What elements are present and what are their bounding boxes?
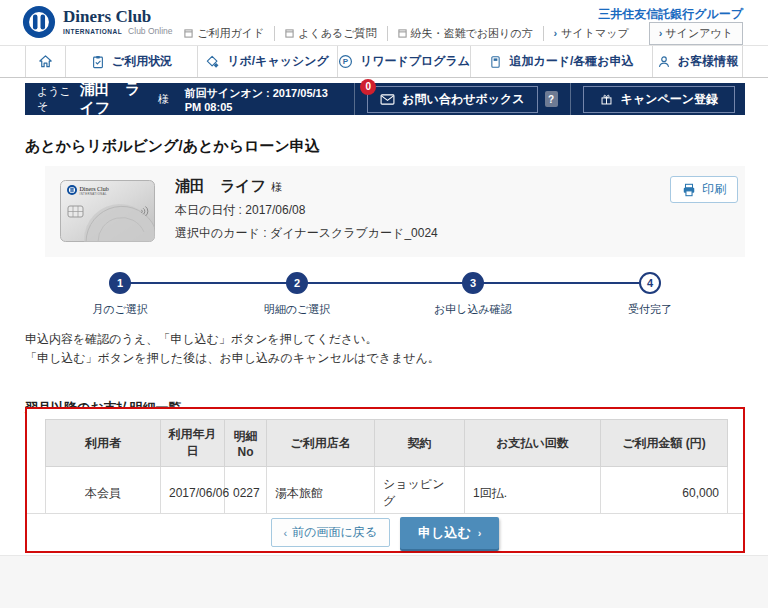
print-label: 印刷 (702, 181, 726, 198)
column-header: 契約 (375, 420, 465, 467)
step-label: 明細のご選択 (222, 302, 372, 317)
card-icon (489, 55, 502, 69)
main-nav: ご利用状況リボ/キャッシングPリワードプログラム追加カード/各種お申込お客様情報 (0, 45, 768, 78)
nav-item-customer-info[interactable]: お客様情報 (652, 46, 743, 77)
step-circle: 2 (286, 272, 308, 294)
utility-link-label: ご利用ガイド (197, 26, 264, 41)
table-cell: 2017/06/06 (161, 467, 225, 520)
column-header: 利用者 (46, 420, 161, 467)
step-circle: 4 (639, 272, 661, 294)
table-cell: ショッピング (375, 467, 465, 520)
help-button[interactable]: ? (545, 91, 558, 107)
card-info-panel: Diners Club INTERNATIONAL 浦田 ライフ様 本日の日付 … (45, 166, 745, 257)
back-button[interactable]: ‹ 前の画面に戻る (271, 518, 391, 547)
user-name: 浦田 ライフ (80, 80, 154, 118)
cardholder-name-text: 浦田 ライフ (175, 177, 266, 194)
highlighted-region: 利用者利用年月日明細Noご利用店名契約お支払い回数ご利用金額 (円) 本会員20… (25, 407, 745, 553)
nav-item-label: ご利用状況 (112, 53, 172, 70)
printer-icon (682, 183, 696, 197)
person-icon (657, 55, 671, 69)
step-connector-line (120, 282, 650, 284)
honorific-label: 様 (158, 92, 169, 107)
table-cell: 湯本旅館 (267, 467, 375, 520)
step-label: 月のご選択 (45, 302, 195, 317)
step-4: 4受付完了 (575, 272, 725, 317)
utility-link-0[interactable]: ご利用ガイド (174, 26, 274, 41)
campaign-register-button[interactable]: キャンペーン登録 (583, 86, 735, 113)
diners-club-logo[interactable]: Diners Club INTERNATIONAL Club Online (22, 5, 173, 39)
page-title: あとからリボルビング/あとからローン申込 (25, 137, 320, 156)
inquiry-count-badge: 0 (360, 79, 376, 95)
home-icon (38, 54, 53, 69)
instruction-line: 「申し込む」ボタンを押した後は、お申し込みのキャンセルはできません。 (25, 349, 440, 368)
step-indicator: 1月のご選択2明細のご選択3お申し込み確認4受付完了 (25, 272, 745, 320)
step-1: 1月のご選択 (45, 272, 195, 317)
window-icon (398, 29, 407, 38)
window-icon (285, 29, 294, 38)
signout-button[interactable]: › サインアウト (649, 22, 743, 45)
nav-item-home[interactable] (25, 46, 65, 77)
page: Diners Club INTERNATIONAL Club Online 三井… (0, 0, 768, 608)
logo-text: Diners Club INTERNATIONAL Club Online (63, 8, 173, 36)
table-cell: 本会員 (46, 467, 161, 520)
nav-item-label: お客様情報 (678, 53, 738, 70)
nav-item-additional-cards[interactable]: 追加カード/各種お申込 (470, 46, 652, 77)
utility-link-label: 紛失・盗難でお困りの方 (411, 26, 533, 41)
cardholder-honorific: 様 (271, 181, 282, 193)
utility-row: ご利用ガイドよくあるご質問紛失・盗難でお困りの方›サイトマップ › サインアウト (174, 23, 743, 43)
table-head: 利用者利用年月日明細Noご利用店名契約お支払い回数ご利用金額 (円) (46, 420, 728, 467)
logo-title: Diners Club (63, 8, 173, 25)
step-label: 受付完了 (575, 302, 725, 317)
nav-item-usage[interactable]: ご利用状況 (65, 46, 197, 77)
nav-item-reward-program[interactable]: Pリワードプログラム (337, 46, 470, 77)
divider (354, 83, 355, 115)
step-circle: 3 (462, 272, 484, 294)
chevron-right-icon: › (478, 527, 482, 539)
utility-link-3[interactable]: ›サイトマップ (543, 26, 639, 41)
column-header: ご利用金額 (円) (601, 420, 728, 467)
table-cell: 0227 (225, 467, 267, 520)
table-header-row: 利用者利用年月日明細Noご利用店名契約お支払い回数ご利用金額 (円) (46, 420, 728, 467)
utility-links: ご利用ガイドよくあるご質問紛失・盗難でお困りの方›サイトマップ (174, 26, 639, 41)
table-cell: 1回払. (465, 467, 601, 520)
divider (570, 83, 571, 115)
nav-item-revolving-cashing[interactable]: リボ/キャッシング (197, 46, 337, 77)
utility-link-label: サイトマップ (561, 26, 629, 41)
nav-item-label: 追加カード/各種お申込 (509, 53, 633, 70)
utility-link-1[interactable]: よくあるご質問 (274, 26, 386, 41)
page-footer (0, 555, 768, 608)
step-3: 3お申し込み確認 (398, 272, 548, 317)
svg-text:P: P (343, 57, 349, 66)
nav-item-label: リワードプログラム (360, 53, 470, 70)
arrow-icon: › (554, 27, 558, 39)
step-2: 2明細のご選択 (222, 272, 372, 317)
inquiry-box-button[interactable]: 0 お問い合わせボックス (367, 86, 537, 113)
payment-statement-table: 利用者利用年月日明細Noご利用店名契約お支払い回数ご利用金額 (円) 本会員20… (45, 419, 728, 520)
submit-button[interactable]: 申し込む › (400, 517, 499, 549)
envelope-icon (380, 94, 395, 105)
reward-p-icon: P (338, 54, 353, 69)
submit-button-label: 申し込む (418, 524, 471, 542)
today-date: 本日の日付 : 2017/06/08 (175, 202, 438, 219)
logo-tagline: Club Online (128, 27, 172, 36)
nav-item-label: リボ/キャッシング (227, 53, 329, 70)
last-signon: 前回サインオン : 2017/05/13 PM 08:05 (185, 86, 343, 113)
print-button[interactable]: 印刷 (670, 176, 738, 203)
logo-subtitle: INTERNATIONAL (63, 29, 122, 36)
utility-link-2[interactable]: 紛失・盗難でお困りの方 (387, 26, 543, 41)
gift-icon (600, 93, 613, 106)
welcome-bar: ようこそ 浦田 ライフ 様 前回サインオン : 2017/05/13 PM 08… (25, 83, 745, 115)
column-header: お支払い回数 (465, 420, 601, 467)
table-body: 本会員2017/06/060227湯本旅館ショッピング1回払.60,000 (46, 467, 728, 520)
utility-link-label: よくあるご質問 (298, 26, 376, 41)
credit-card-image: Diners Club INTERNATIONAL (60, 180, 155, 242)
greeting-label: ようこそ (37, 84, 74, 114)
column-header: ご利用店名 (267, 420, 375, 467)
campaign-register-label: キャンペーン登録 (621, 91, 718, 108)
chevron-left-icon: ‹ (284, 527, 288, 539)
cardholder-name: 浦田 ライフ様 (175, 177, 438, 196)
signout-label: サインアウト (665, 26, 733, 41)
back-button-label: 前の画面に戻る (292, 524, 377, 541)
column-header: 明細No (225, 420, 267, 467)
diamond-icon (206, 55, 220, 69)
